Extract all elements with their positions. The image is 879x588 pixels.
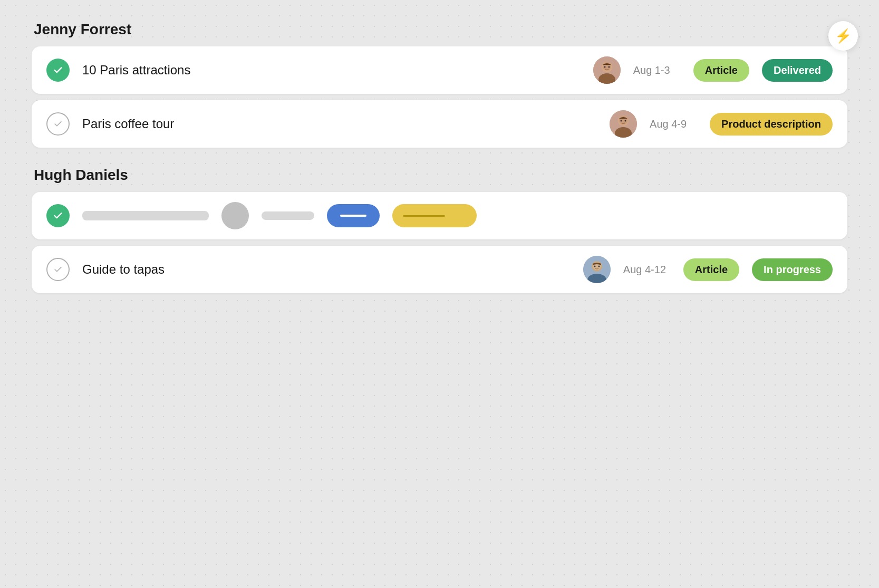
card-paris-coffee[interactable]: Paris coffee tour Aug 4-9 Product descri…: [32, 100, 847, 148]
check-filled-icon: [46, 59, 70, 82]
card-paris-attractions[interactable]: 10 Paris attractions Aug 1-3 Article Del…: [32, 46, 847, 94]
task-title-paris-coffee: Paris coffee tour: [82, 117, 597, 131]
date-blurred: [262, 211, 314, 220]
section-jenny-forrest: Jenny Forrest 10 Paris attractions: [32, 21, 847, 148]
badge-blurred-blue: [327, 204, 380, 227]
badge-article-1: Article: [693, 59, 749, 82]
section-title-jenny: Jenny Forrest: [32, 21, 847, 38]
date-paris-coffee: Aug 4-9: [650, 118, 697, 130]
svg-point-10: [621, 120, 622, 122]
date-tapas: Aug 4-12: [623, 264, 671, 276]
svg-point-11: [625, 120, 626, 122]
task-title-paris-attractions: 10 Paris attractions: [82, 63, 581, 78]
svg-point-16: [594, 266, 595, 267]
badge-product-desc: Product description: [710, 113, 833, 136]
task-title-tapas: Guide to tapas: [82, 262, 571, 277]
check-outline-icon-2: [46, 258, 70, 281]
avatar-blurred: [221, 202, 249, 229]
svg-point-5: [608, 66, 610, 68]
card-guide-tapas[interactable]: Guide to tapas Aug 4-12 Article In progr…: [32, 246, 847, 293]
avatar-jenny-1: [593, 56, 621, 84]
task-title-blurred: [82, 211, 209, 220]
badge-in-progress: In progress: [752, 258, 833, 281]
section-title-hugh: Hugh Daniels: [32, 167, 847, 184]
badge-blurred-yellow: [392, 204, 477, 227]
badge-article-2: Article: [683, 258, 739, 281]
badge-delivered-1: Delivered: [762, 59, 833, 82]
avatar-jenny-2: [610, 110, 637, 138]
svg-point-17: [598, 266, 600, 267]
avatar-hugh: [583, 256, 611, 283]
date-paris-attractions: Aug 1-3: [633, 64, 681, 76]
check-outline-icon-1: [46, 112, 70, 136]
section-hugh-daniels: Hugh Daniels Guide to tapas: [32, 167, 847, 293]
lightning-icon: ⚡: [835, 28, 852, 44]
check-filled-icon-2: [46, 204, 70, 227]
lightning-button[interactable]: ⚡: [828, 21, 858, 51]
main-content: Jenny Forrest 10 Paris attractions: [32, 21, 847, 293]
card-blurred[interactable]: [32, 192, 847, 239]
svg-point-4: [604, 66, 605, 68]
